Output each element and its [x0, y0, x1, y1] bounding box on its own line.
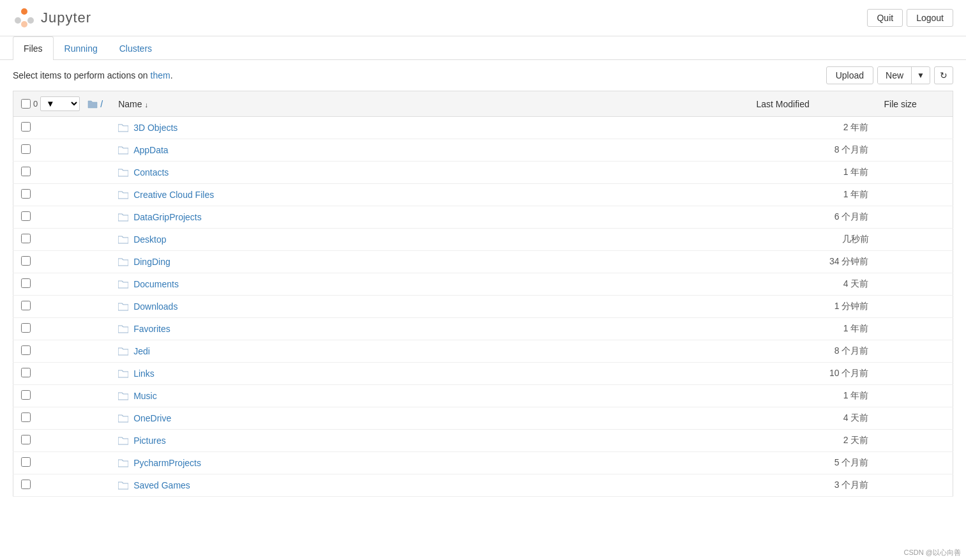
row-name-cell: Saved Games: [110, 474, 748, 497]
file-name-10: Jedi: [133, 346, 150, 356]
row-checkbox-6[interactable]: [21, 256, 31, 266]
row-name-cell: Documents: [110, 273, 748, 296]
row-modified-4: 6 个月前: [749, 206, 877, 229]
folder-icon-7: [118, 280, 128, 289]
table-row: Saved Games 3 个月前: [13, 474, 953, 497]
folder-link-12[interactable]: Music: [118, 391, 741, 401]
folder-link-7[interactable]: Documents: [118, 279, 741, 289]
row-checkbox-5[interactable]: [21, 234, 31, 243]
row-name-cell: Jedi: [110, 340, 748, 363]
toolbar-right: Upload New ▼ ↻: [826, 66, 953, 84]
folder-link-15[interactable]: PycharmProjects: [118, 458, 741, 468]
folder-icon-10: [118, 347, 128, 356]
row-name-cell: 3D Objects: [110, 117, 748, 139]
folder-icon-12: [118, 391, 128, 400]
file-name-4: DataGripProjects: [133, 212, 202, 222]
row-size-6: [877, 251, 953, 273]
tab-clusters[interactable]: Clusters: [109, 36, 163, 60]
row-checkbox-7[interactable]: [21, 278, 31, 288]
path-folder: /: [87, 99, 103, 109]
folder-icon-13: [118, 414, 128, 423]
refresh-button[interactable]: ↻: [934, 66, 953, 84]
logo-text: Jupyter: [41, 10, 91, 26]
th-name[interactable]: Name ↓: [110, 91, 748, 117]
row-checkbox-16[interactable]: [21, 480, 31, 489]
row-size-11: [877, 363, 953, 385]
logout-button[interactable]: Logout: [907, 9, 953, 27]
row-checkbox-3[interactable]: [21, 189, 31, 199]
header-controls: 0 ▼ All None /: [21, 96, 103, 111]
select-dropdown[interactable]: ▼ All None: [40, 96, 80, 111]
row-checkbox-cell: [13, 407, 111, 430]
row-checkbox-10[interactable]: [21, 345, 31, 355]
row-size-8: [877, 296, 953, 318]
tab-running[interactable]: Running: [54, 36, 109, 60]
row-checkbox-4[interactable]: [21, 211, 31, 221]
row-size-3: [877, 184, 953, 206]
folder-link-5[interactable]: Desktop: [118, 234, 741, 245]
select-all-checkbox[interactable]: [21, 99, 31, 109]
tab-files[interactable]: Files: [13, 36, 54, 60]
upload-button[interactable]: Upload: [826, 66, 873, 84]
file-table-container: 0 ▼ All None /: [0, 91, 966, 497]
folder-link-4[interactable]: DataGripProjects: [118, 212, 741, 222]
table-row: Music 1 年前: [13, 385, 953, 407]
row-checkbox-13[interactable]: [21, 412, 31, 422]
table-row: Downloads 1 分钟前: [13, 296, 953, 318]
folder-link-16[interactable]: Saved Games: [118, 480, 741, 490]
file-name-3: Creative Cloud Files: [133, 190, 214, 200]
file-name-5: Desktop: [133, 234, 166, 245]
row-name-cell: DataGripProjects: [110, 206, 748, 229]
folder-link-13[interactable]: OneDrive: [118, 413, 741, 423]
folder-link-11[interactable]: Links: [118, 368, 741, 379]
row-checkbox-15[interactable]: [21, 457, 31, 467]
row-checkbox-11[interactable]: [21, 368, 31, 377]
folder-link-8[interactable]: Downloads: [118, 301, 741, 312]
th-modified[interactable]: Last Modified: [749, 91, 877, 117]
row-checkbox-8[interactable]: [21, 301, 31, 310]
table-row: PycharmProjects 5 个月前: [13, 452, 953, 474]
folder-link-1[interactable]: AppData: [118, 145, 741, 155]
folder-link-10[interactable]: Jedi: [118, 346, 741, 356]
folder-link-3[interactable]: Creative Cloud Files: [118, 190, 741, 200]
row-modified-11: 10 个月前: [749, 363, 877, 385]
row-checkbox-2[interactable]: [21, 167, 31, 176]
file-name-2: Contacts: [133, 167, 169, 178]
folder-link-6[interactable]: DingDing: [118, 257, 741, 267]
quit-button[interactable]: Quit: [867, 9, 903, 27]
new-dropdown-button[interactable]: ▼: [912, 68, 930, 83]
hint-link[interactable]: them: [151, 70, 170, 80]
row-name-cell: Links: [110, 363, 748, 385]
file-name-13: OneDrive: [133, 413, 171, 423]
row-name-cell: Contacts: [110, 162, 748, 184]
new-button[interactable]: New: [878, 67, 912, 84]
row-checkbox-14[interactable]: [21, 435, 31, 444]
row-size-16: [877, 474, 953, 497]
folder-link-2[interactable]: Contacts: [118, 167, 741, 178]
folder-icon-16: [118, 481, 128, 490]
table-row: Links 10 个月前: [13, 363, 953, 385]
row-name-cell: OneDrive: [110, 407, 748, 430]
sort-arrow-icon: ↓: [144, 101, 148, 109]
row-checkbox-1[interactable]: [21, 144, 31, 154]
folder-link-0[interactable]: 3D Objects: [118, 123, 741, 133]
row-checkbox-cell: [13, 385, 111, 407]
row-checkbox-0[interactable]: [21, 122, 31, 132]
folder-link-14[interactable]: Pictures: [118, 435, 741, 446]
row-checkbox-12[interactable]: [21, 390, 31, 400]
select-count: 0: [33, 99, 38, 109]
row-size-14: [877, 430, 953, 452]
th-size[interactable]: File size: [877, 91, 953, 117]
table-row: Contacts 1 年前: [13, 162, 953, 184]
row-checkbox-cell: [13, 206, 111, 229]
row-name-cell: Downloads: [110, 296, 748, 318]
row-size-2: [877, 162, 953, 184]
row-checkbox-cell: [13, 340, 111, 363]
folder-link-9[interactable]: Favorites: [118, 324, 741, 334]
folder-icon-8: [118, 302, 128, 311]
row-size-0: [877, 117, 953, 139]
row-name-cell: Desktop: [110, 229, 748, 251]
row-checkbox-9[interactable]: [21, 323, 31, 333]
svg-point-3: [27, 17, 34, 24]
row-name-cell: Favorites: [110, 318, 748, 340]
